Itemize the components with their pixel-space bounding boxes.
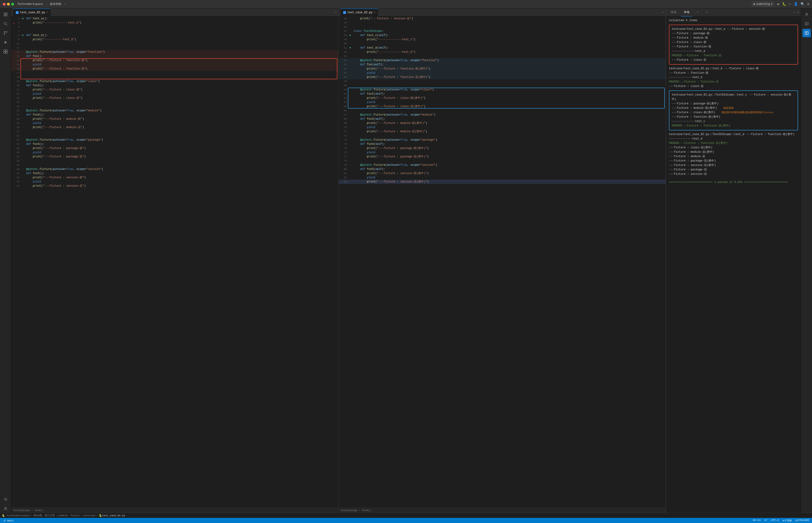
- terminal-line: ---fixture : class-前(类中) 测试类中的测试函数优先调用局部…: [672, 110, 795, 115]
- terminal-line: ---fixture : module-后(类中): [669, 150, 798, 154]
- status-indent[interactable]: 4个空格: [782, 519, 792, 522]
- right-code-line-67: 67 @pytest.fixture(autouse=True, scope="…: [339, 113, 666, 117]
- sidebar-right: [801, 8, 812, 513]
- sidebar-icon-account[interactable]: [1, 504, 10, 513]
- right-breadcrumb: Test01Scope › fun5(): [339, 508, 666, 513]
- breadcrumb-course[interactable]: 第49课: 第三方库: [34, 514, 55, 517]
- terminal-line: testcase/test_case_02.py::test_a ---fixt…: [672, 27, 795, 31]
- right-code-line-48: 48 ▶ def test_c(self):: [339, 33, 666, 37]
- code-line-6: 6: [11, 25, 338, 29]
- right-tab-close[interactable]: ×: [374, 12, 375, 14]
- code-line-36: 36 yield: [11, 150, 338, 155]
- right-code-line-69: 69 print("---fixture : module-前(类中)"): [339, 121, 666, 125]
- close-button[interactable]: [3, 3, 5, 5]
- status-position[interactable]: 82:44: [753, 519, 761, 522]
- sidebar-icon-git[interactable]: [1, 29, 10, 37]
- breadcrumb-testcase[interactable]: testcase: [83, 514, 96, 517]
- svg-rect-0: [4, 13, 5, 14]
- terminal-tab-dropdown[interactable]: ∨: [703, 8, 710, 17]
- right-code-line-45: 45: [339, 21, 666, 25]
- right-code-line-57: 57 yield: [339, 71, 666, 75]
- code-line-9: 9 print("-----------test_b"): [11, 37, 338, 42]
- more-icon[interactable]: ⋯: [789, 2, 791, 6]
- play-icon[interactable]: ▶: [778, 2, 779, 6]
- right-code-line-61: 61 @pytest.fixture(autouse=True, scope="…: [339, 88, 666, 92]
- terminal-menu-dots[interactable]: ⋯: [794, 11, 795, 14]
- right-code-line-79: 79 @pytest.fixture(autouse=True, scope="…: [339, 163, 666, 167]
- minimize-button[interactable]: [7, 3, 10, 5]
- code-line-7: 7: [11, 29, 338, 33]
- sidebar-icon-explorer[interactable]: [1, 10, 10, 19]
- code-line-32: 32: [11, 134, 338, 138]
- right-code-line-49: 49 print("--------------test_c"): [339, 37, 666, 42]
- code-line-31: 31: [11, 129, 338, 134]
- sidebar-icon-extensions[interactable]: [1, 48, 10, 56]
- code-line-11: 11: [11, 46, 338, 50]
- status-encoding[interactable]: LF: [764, 519, 767, 522]
- breadcrumb-python-icon: 🐍: [2, 514, 5, 517]
- code-line-40: 40 @pytest.fixture(autouse=True, scope="…: [11, 167, 338, 171]
- right-code-line-63: 63 print("---fixture : class-前(类中)"): [339, 96, 666, 100]
- right-code-line-83: 83 print("---fixture : session-后(类中)"): [339, 180, 666, 184]
- sidebar-right-icon-2[interactable]: [802, 19, 811, 28]
- terminal-tab-terminal[interactable]: 终端: [668, 8, 679, 17]
- svg-rect-9: [4, 50, 5, 51]
- code-line-10: 10: [11, 42, 338, 46]
- search-icon[interactable]: 🔍: [800, 2, 805, 6]
- right-code-editor[interactable]: 44 print("---fixture : session-后") 45 46: [339, 17, 666, 508]
- code-line-5: 5 print("--------------test_a"): [11, 21, 338, 25]
- terminal-line: ---fixture : class-后: [672, 58, 795, 62]
- right-code-line-44: 44 print("---fixture : session-后"): [339, 17, 666, 21]
- vcs-label[interactable]: 版本控制: [50, 2, 61, 6]
- maximize-button[interactable]: [11, 3, 14, 5]
- terminal-line: ---fixture : package-后: [669, 167, 798, 172]
- app-name: PythonWorkspace: [18, 3, 43, 6]
- left-breadcrumb-text: Test01Scope › fun5(): [13, 509, 44, 512]
- code-line-19: 19 @pytest.fixture(autouse=True, scope="…: [11, 79, 338, 84]
- terminal-line: ---fixture : module-后: [669, 154, 798, 159]
- status-charset[interactable]: UTF-8: [771, 519, 779, 522]
- sidebar-icon-search[interactable]: [1, 19, 10, 28]
- right-tab-menu[interactable]: ⋯: [662, 11, 664, 14]
- right-code-line-52: 52 print("--------------test_d"): [339, 50, 666, 54]
- code-line-14: 14 print("---fixture : function-前"): [11, 58, 338, 62]
- sidebar-right-icon-3[interactable]: [802, 29, 811, 37]
- sidebar-icon-settings[interactable]: [1, 495, 10, 504]
- left-tab-file[interactable]: test_case_02.py ×: [13, 8, 51, 17]
- status-python[interactable]: python385: [795, 519, 809, 522]
- settings-icon[interactable]: ⚙: [807, 2, 809, 6]
- code-line-12: 12 @pytest.fixture(autouse=True, scope="…: [11, 50, 338, 54]
- terminal-menu-close[interactable]: ×: [797, 11, 799, 14]
- breadcrumb-case[interactable]: CASE29: Pytest: [58, 514, 80, 517]
- terminal-tab-add[interactable]: +: [694, 8, 701, 17]
- right-code-line-53: 53: [339, 54, 666, 58]
- right-code-line-59: 59: [339, 79, 666, 84]
- run-config-button[interactable]: ▶ somthing ∨: [751, 1, 775, 7]
- status-branch[interactable]: ⎇ main: [3, 519, 14, 522]
- left-tab-close[interactable]: ×: [47, 12, 48, 14]
- breadcrumb-workspace[interactable]: PythonWorkspace: [7, 514, 30, 517]
- left-tab-menu[interactable]: ⋯: [335, 11, 336, 14]
- terminal-result-test-d: testcase/test_case_02.py::Test01Scope::t…: [669, 132, 798, 176]
- debug-icon[interactable]: 🐛: [782, 2, 786, 6]
- right-code-line-80: 80 def fun5(self):: [339, 167, 666, 171]
- annotation-text: 就近原则: [723, 107, 733, 109]
- account-icon[interactable]: 👤: [794, 2, 798, 6]
- content-area: test_case_02.py × ⋯ ↙ 4 ▶ def test_a():: [11, 8, 801, 513]
- breadcrumb-file[interactable]: test_case_02.py: [102, 514, 125, 517]
- sidebar-icon-run[interactable]: [1, 38, 10, 47]
- right-code-line-73: 73 @pytest.fixture(autouse=True, scope="…: [339, 138, 666, 142]
- right-code-line-82: 82 yield: [339, 176, 666, 180]
- terminal-line: ---fixture : module-前(类中) 就近原则: [672, 106, 795, 110]
- terminal-tab-local[interactable]: 本地: [681, 8, 692, 17]
- code-line-22: 22 yield: [11, 92, 338, 96]
- code-line-8: 8 ▶ def test_b():: [11, 33, 338, 37]
- sidebar-right-icon-1[interactable]: [802, 10, 811, 19]
- terminal-tab-bar: 终端 本地 + ∨ ⋯ ×: [666, 8, 801, 17]
- right-code-line-74: 74 def fun4(self):: [339, 142, 666, 146]
- code-line-41: 41 def fun5():: [11, 171, 338, 176]
- left-code-editor[interactable]: ↙ 4 ▶ def test_a(): 5 print("-----------…: [11, 17, 338, 508]
- terminal-content[interactable]: collected 4 items testcase/test_case_02.…: [666, 17, 801, 513]
- code-line-37: 37 print("---fixture : package-后"): [11, 155, 338, 159]
- right-tab-file[interactable]: test_case_02.py ×: [340, 8, 378, 17]
